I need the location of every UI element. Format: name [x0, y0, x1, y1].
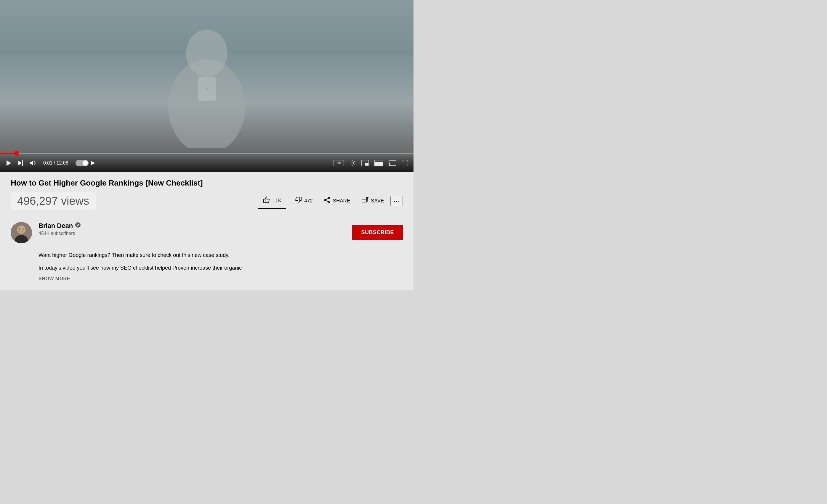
- video-player[interactable]: 0:01 / 12:08 CC: [0, 0, 414, 172]
- thumbs-down-icon: [295, 197, 302, 205]
- autoplay-toggle[interactable]: [76, 160, 96, 166]
- save-button[interactable]: SAVE: [357, 194, 389, 208]
- svg-marker-5: [18, 160, 22, 166]
- channel-name-row: Brian Dean: [39, 222, 352, 230]
- svg-rect-18: [263, 199, 265, 203]
- svg-rect-23: [362, 198, 367, 202]
- channel-avatar[interactable]: [11, 222, 32, 243]
- show-more-button[interactable]: SHOW MORE: [39, 276, 70, 281]
- play-button[interactable]: [5, 160, 12, 166]
- description-line1: Want higher Google rankings? Then make s…: [39, 251, 403, 260]
- video-title: How to Get Higher Google Rankings [New C…: [11, 178, 403, 188]
- verified-badge-icon: [75, 222, 81, 229]
- svg-rect-19: [300, 197, 301, 201]
- svg-point-28: [17, 226, 26, 234]
- theater-button[interactable]: [375, 160, 383, 166]
- svg-marker-8: [91, 161, 95, 165]
- save-icon: [361, 197, 369, 205]
- next-button[interactable]: [17, 160, 24, 166]
- miniplayer-button[interactable]: [361, 160, 369, 166]
- view-count: 496,297 views: [11, 192, 96, 210]
- fullscreen-button[interactable]: [402, 160, 408, 166]
- dislike-count: 472: [304, 198, 312, 204]
- like-button[interactable]: 11K: [258, 193, 286, 209]
- svg-marker-7: [30, 160, 33, 166]
- svg-rect-13: [365, 163, 368, 165]
- like-count: 11K: [273, 198, 281, 204]
- volume-button[interactable]: [29, 160, 36, 166]
- svg-point-22: [324, 200, 326, 201]
- description-line2: In today's video you'll see how my SEO c…: [39, 264, 403, 272]
- svg-rect-15: [375, 162, 383, 166]
- avatar-image: [11, 222, 32, 243]
- dislike-button[interactable]: 472: [290, 193, 317, 208]
- svg-text:CC: CC: [337, 162, 341, 165]
- svg-point-30: [19, 228, 20, 230]
- share-icon: [324, 197, 331, 205]
- cast-button[interactable]: [389, 160, 396, 166]
- thumbs-up-icon: [263, 196, 270, 205]
- more-button[interactable]: ···: [390, 196, 403, 206]
- svg-point-32: [75, 222, 81, 228]
- checkmark-icon: [75, 222, 81, 228]
- svg-point-17: [389, 166, 390, 167]
- autoplay-switch[interactable]: [76, 160, 89, 166]
- divider: [288, 197, 288, 205]
- svg-rect-6: [22, 160, 23, 166]
- video-thumbnail: [159, 6, 254, 148]
- video-info-section: How to Get Higher Google Rankings [New C…: [0, 172, 414, 214]
- controls-bar: 0:01 / 12:08 CC: [0, 155, 414, 172]
- video-meta-row: 496,297 views 11K: [11, 192, 403, 214]
- settings-button[interactable]: [349, 160, 356, 166]
- description-section: Want higher Google rankings? Then make s…: [0, 251, 414, 291]
- cc-button[interactable]: CC: [334, 160, 344, 166]
- progress-bar-fill: [0, 153, 16, 154]
- svg-point-3: [205, 87, 208, 90]
- svg-point-11: [352, 162, 354, 164]
- save-label: SAVE: [371, 198, 384, 204]
- svg-point-1: [186, 30, 228, 77]
- toggle-knob: [83, 160, 88, 166]
- svg-marker-4: [6, 160, 11, 166]
- time-display: 0:01 / 12:08: [43, 160, 68, 166]
- subscribe-button[interactable]: SUBSCRIBE: [352, 225, 403, 240]
- share-label: SHARE: [333, 198, 350, 204]
- svg-point-31: [22, 228, 24, 230]
- channel-name[interactable]: Brian Dean: [39, 222, 73, 230]
- progress-bar-container[interactable]: [0, 153, 414, 154]
- action-buttons: 11K 472: [258, 193, 403, 209]
- subscriber-count: 454K subscribers: [39, 231, 352, 236]
- channel-section: Brian Dean 454K subscribers SUBSCRIBE: [0, 214, 414, 251]
- share-button[interactable]: SHARE: [319, 194, 355, 208]
- channel-info: Brian Dean 454K subscribers: [39, 222, 352, 236]
